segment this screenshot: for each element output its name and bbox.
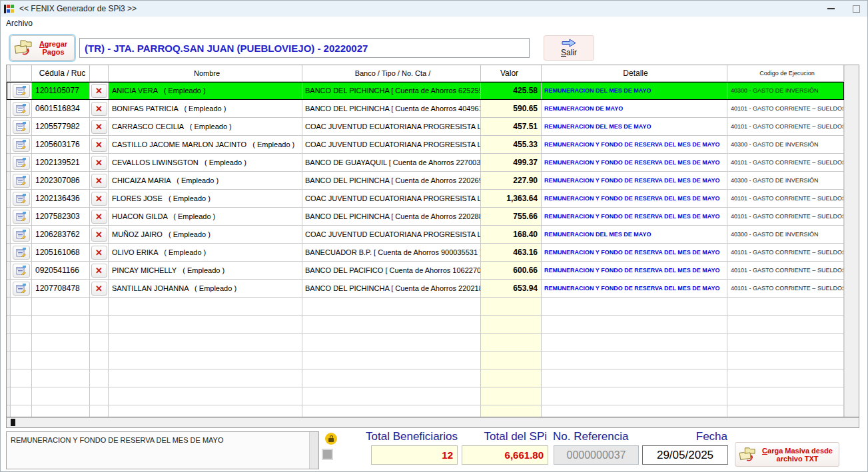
codigo-cell: 40300 - GASTO DE INVERSIÓN xyxy=(727,136,844,154)
carga-masiva-label: Carga Masiva desde archivo TXT xyxy=(759,447,835,463)
table-row[interactable]: 1206283762 ✕ MUÑOZ JAIRO ( Empleado ) CO… xyxy=(7,226,844,244)
delete-cell: ✕ xyxy=(90,82,109,100)
delete-icon: ✕ xyxy=(95,158,103,167)
banco-cell: BANCO DEL PICHINCHA [ Cuenta de Ahorros … xyxy=(302,280,481,298)
textbox-scrollbar[interactable] xyxy=(309,432,318,469)
delete-row-button[interactable]: ✕ xyxy=(91,120,107,134)
table-row[interactable]: 0601516834 ✕ BONIFAS PATRICIA ( Empleado… xyxy=(7,100,844,118)
entity-title-field[interactable]: (TR) - JTA. PARROQ.SAN JUAN (PUEBLOVIEJO… xyxy=(79,38,530,58)
status-square xyxy=(322,449,333,460)
table-row[interactable]: 1205161068 ✕ OLIVO ERIKA ( Empleado ) BA… xyxy=(7,244,844,262)
delete-row-button[interactable]: ✕ xyxy=(91,246,107,260)
empty-table-row[interactable] xyxy=(7,316,844,334)
titlebar: << FENIX Generador de SPi3 >> xyxy=(1,1,867,17)
table-row[interactable]: 1207582303 ✕ HUACON GILDA ( Empleado ) B… xyxy=(7,208,844,226)
edit-row-button[interactable] xyxy=(13,84,30,98)
delete-row-button[interactable]: ✕ xyxy=(91,138,107,152)
empty-table-row[interactable] xyxy=(7,405,844,417)
delete-cell: ✕ xyxy=(90,118,109,136)
edit-row-button[interactable] xyxy=(13,120,30,134)
delete-icon: ✕ xyxy=(95,122,103,131)
cedula-cell: 1202139521 xyxy=(32,154,90,172)
header-valor[interactable]: Valor xyxy=(481,65,542,82)
fecha-input[interactable]: 29/05/2025 xyxy=(642,445,728,465)
edit-row-button[interactable] xyxy=(13,156,30,170)
header-nombre[interactable]: Nombre xyxy=(109,65,302,82)
entity-title-text: (TR) - JTA. PARROQ.SAN JUAN (PUEBLOVIEJO… xyxy=(85,43,368,54)
payments-grid: Cédula / Ruc Nombre Banco / Tipo / No. C… xyxy=(6,65,859,428)
grid-vertical-scrollbar[interactable] xyxy=(844,65,859,417)
app-icon xyxy=(4,4,15,14)
nombre-cell: CHICAIZA MARIA ( Empleado ) xyxy=(109,172,302,190)
detalle-cell: REMUNERACION Y FONDO DE RESERVA DEL MES … xyxy=(542,136,727,154)
edit-row-button[interactable] xyxy=(13,264,30,278)
exit-arrow-icon xyxy=(562,39,576,47)
table-row[interactable]: 1202307086 ✕ CHICAIZA MARIA ( Empleado )… xyxy=(7,172,844,190)
header-detalle[interactable]: Detalle xyxy=(542,65,727,82)
header-cedula[interactable]: Cédula / Ruc xyxy=(32,65,90,82)
delete-row-button[interactable]: ✕ xyxy=(91,174,107,188)
delete-row-button[interactable]: ✕ xyxy=(91,84,107,98)
edit-row-button[interactable] xyxy=(13,138,30,152)
grid-horizontal-scrollbar[interactable] xyxy=(7,417,859,427)
codigo-cell: 40300 - GASTO DE INVERSIÓN xyxy=(727,172,844,190)
delete-row-button[interactable]: ✕ xyxy=(91,264,107,278)
agregar-pagos-button[interactable]: Agregar Pagos xyxy=(10,35,75,61)
table-row[interactable]: 1207708478 ✕ SANTILLAN JOHANNA ( Emplead… xyxy=(7,280,844,298)
edit-cell xyxy=(11,118,32,136)
lock-indicator xyxy=(325,433,337,445)
detalle-cell: REMUNERACION Y FONDO DE RESERVA DEL MES … xyxy=(542,154,727,172)
minimize-button[interactable] xyxy=(821,3,841,15)
empty-table-row[interactable] xyxy=(7,334,844,352)
delete-cell: ✕ xyxy=(90,100,109,118)
table-row[interactable]: 0920541166 ✕ PINCAY MICHELLY ( Empleado … xyxy=(7,262,844,280)
empty-table-row[interactable] xyxy=(7,352,844,369)
edit-row-button[interactable] xyxy=(13,246,30,260)
edit-row-button[interactable] xyxy=(13,192,30,206)
delete-row-button[interactable]: ✕ xyxy=(91,102,107,116)
salir-button[interactable]: Salir xyxy=(544,35,594,61)
edit-row-button[interactable] xyxy=(13,228,30,242)
header-delete xyxy=(90,65,109,82)
table-row[interactable]: 1201105077 ✕ ANICIA VERA ( Empleado ) BA… xyxy=(7,82,844,100)
edit-cell xyxy=(11,82,32,100)
edit-row-button[interactable] xyxy=(13,174,30,188)
edit-row-button[interactable] xyxy=(13,210,30,224)
delete-row-button[interactable]: ✕ xyxy=(91,210,107,224)
empty-table-row[interactable] xyxy=(7,298,844,316)
menubar: Archivo xyxy=(1,17,867,31)
codigo-cell: 40101 - GASTO CORRIENTE – SUELDOS xyxy=(727,154,844,172)
delete-row-button[interactable]: ✕ xyxy=(91,282,107,296)
edit-icon xyxy=(16,104,26,113)
horizontal-scroll-thumb[interactable] xyxy=(11,419,15,426)
total-beneficiarios-value: 12 xyxy=(371,445,458,465)
carga-masiva-button[interactable]: Carga Masiva desde archivo TXT xyxy=(735,442,839,467)
codigo-cell: 40101 - GASTO CORRIENTE – SUELDOS xyxy=(727,208,844,226)
delete-row-button[interactable]: ✕ xyxy=(91,228,107,242)
delete-row-button[interactable]: ✕ xyxy=(91,192,107,206)
empty-table-row[interactable] xyxy=(7,369,844,387)
table-row[interactable]: 1202139521 ✕ CEVALLOS LIWINSGTON ( Emple… xyxy=(7,154,844,172)
edit-cell xyxy=(11,100,32,118)
cedula-cell: 1205603176 xyxy=(32,136,90,154)
menu-archivo[interactable]: Archivo xyxy=(1,17,38,30)
edit-row-button[interactable] xyxy=(13,282,30,296)
table-row[interactable]: 1205603176 ✕ CASTILLO JACOME MARLON JACI… xyxy=(7,136,844,154)
header-banco[interactable]: Banco / Tipo / No. Cta / xyxy=(302,65,481,82)
detalle-textbox[interactable]: REMUNERACION Y FONDO DE RESERVA DEL MES … xyxy=(6,431,319,469)
edit-row-button[interactable] xyxy=(13,102,30,116)
detalle-cell: REMUNERACION DEL MES DE MAYO xyxy=(542,82,727,100)
table-row[interactable]: 1205577982 ✕ CARRASCO CECILIA ( Empleado… xyxy=(7,118,844,136)
restore-button[interactable] xyxy=(846,3,866,15)
cedula-cell: 1206283762 xyxy=(32,226,90,244)
valor-cell: 457.51 xyxy=(481,118,542,136)
table-row[interactable]: 1202136436 ✕ FLORES JOSE ( Empleado ) CO… xyxy=(7,190,844,208)
fecha-label: Fecha xyxy=(642,430,727,443)
edit-icon xyxy=(16,194,26,203)
header-codigo[interactable]: Codigo de Ejecucion xyxy=(727,65,844,82)
delete-row-button[interactable]: ✕ xyxy=(91,156,107,170)
empty-table-row[interactable] xyxy=(7,387,844,405)
edit-cell xyxy=(11,226,32,244)
banco-cell: BANECUADOR B.P. [ Cuenta de Ahorros 9000… xyxy=(302,244,481,262)
edit-cell xyxy=(11,244,32,262)
